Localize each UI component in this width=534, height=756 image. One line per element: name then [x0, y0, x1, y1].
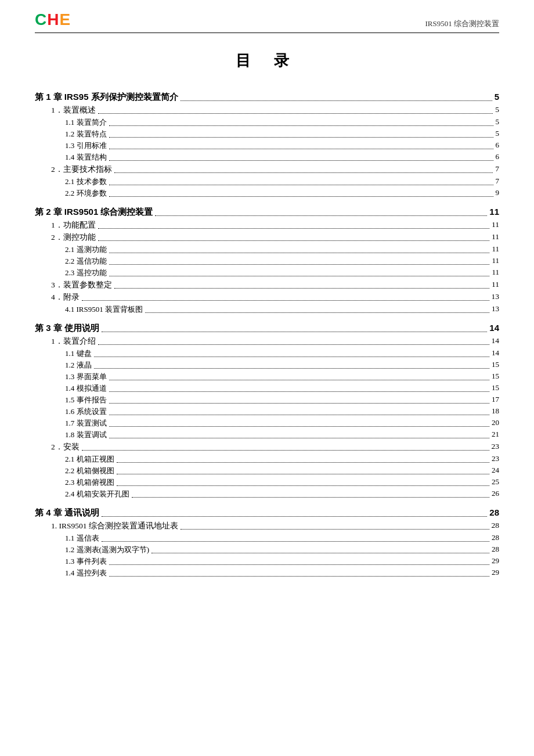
toc-section-page: 23 [492, 442, 500, 452]
toc-subsection: 2.3 机箱俯视图25 [35, 477, 499, 488]
toc-section-label: 2．测控功能 [51, 232, 96, 243]
toc-subsection-label: 1.1 装置简介 [65, 117, 107, 128]
logo-h: H [47, 10, 59, 28]
toc-section: 4．附录13 [35, 292, 499, 303]
toc-subsection-label: 1.5 事件报告 [65, 395, 107, 405]
toc-section-label: 1．功能配置 [51, 220, 96, 231]
toc-subsection-label: 1.2 液晶 [65, 360, 92, 370]
toc-subsection-page: 15 [492, 383, 499, 394]
toc-subsection-page: 24 [492, 466, 499, 476]
toc-subsection-label: 1.3 事件列表 [65, 556, 107, 567]
toc-subsection: 1.5 事件报告17 [35, 395, 499, 405]
toc-subsection-label: 2.1 技术参数 [65, 177, 107, 187]
toc-section-page: 11 [492, 220, 499, 231]
toc-chapter-label: 第 1 章 IRS95 系列保护测控装置简介 [35, 92, 178, 103]
toc-chapter: 第 4 章 通讯说明28 [35, 507, 499, 519]
toc-subsection-label: 1.6 系统设置 [65, 406, 107, 417]
toc-subsection: 1.6 系统设置18 [35, 406, 499, 417]
toc-subsection: 1.1 遥信表28 [35, 533, 499, 543]
toc-subsection-page: 14 [492, 348, 499, 359]
toc-subsection-page: 11 [492, 244, 499, 255]
toc-section-label: 1. IRS9501 综合测控装置通讯地址表 [51, 521, 178, 531]
toc-section-label: 2．主要技术指标 [51, 164, 112, 175]
toc-subsection: 1.2 装置特点5 [35, 129, 499, 139]
toc-section: 1．功能配置11 [35, 220, 499, 231]
toc-section: 1．装置概述5 [35, 105, 499, 116]
toc-subsection-page: 21 [492, 430, 499, 440]
toc-subsection-page: 11 [492, 268, 499, 278]
toc-subsection-page: 29 [492, 568, 499, 578]
toc-subsection-page: 5 [496, 117, 500, 128]
toc-subsection-page: 29 [492, 556, 499, 567]
toc-subsection-label: 2.4 机箱安装开孔图 [65, 489, 129, 499]
toc-subsection-label: 1.2 装置特点 [65, 129, 107, 139]
toc-subsection: 1.8 装置调试21 [35, 430, 499, 440]
toc-section-label: 1．装置概述 [51, 105, 96, 116]
logo: CHE [35, 10, 71, 29]
toc-subsection-page: 7 [496, 177, 500, 187]
toc-subsection: 1.1 装置简介5 [35, 117, 499, 128]
toc-subsection-page: 6 [496, 141, 500, 151]
toc-subsection: 2.2 遥信功能11 [35, 256, 499, 267]
toc-section-page: 11 [492, 232, 499, 243]
toc-subsection: 1.4 遥控列表29 [35, 568, 499, 578]
toc-subsection: 1.3 引用标准6 [35, 141, 499, 151]
toc-subsection-label: 1.7 装置测试 [65, 418, 107, 429]
toc-chapter-label: 第 4 章 通讯说明 [35, 507, 99, 519]
page: CHE IRS9501 综合测控装置 目 录 第 1 章 IRS95 系列保护测… [0, 0, 534, 756]
toc-chapter-page: 28 [489, 507, 499, 519]
toc-subsection: 1.3 事件列表29 [35, 556, 499, 567]
toc-subsection-label: 4.1 IRS9501 装置背板图 [65, 304, 143, 315]
toc-subsection-label: 2.3 机箱俯视图 [65, 477, 114, 488]
toc-subsection-page: 18 [492, 406, 499, 417]
toc-section-page: 5 [495, 105, 499, 116]
toc-subsection: 1.1 键盘14 [35, 348, 499, 359]
toc-subsection: 2.1 技术参数7 [35, 177, 499, 187]
toc-subsection-page: 15 [492, 360, 499, 370]
toc-subsection-label: 2.3 遥控功能 [65, 268, 107, 278]
toc-subsection-page: 28 [492, 545, 499, 555]
toc-subsection-label: 1.2 遥测表(遥测为双字节) [65, 545, 149, 555]
toc-subsection-page: 17 [492, 395, 499, 405]
toc-subsection-label: 2.2 遥信功能 [65, 256, 107, 267]
toc-subsection-label: 1.3 引用标准 [65, 141, 107, 151]
toc-subsection-label: 1.1 遥信表 [65, 533, 99, 543]
toc-subsection-label: 2.2 机箱侧视图 [65, 466, 114, 476]
toc-section-label: 1．装置介绍 [51, 336, 96, 347]
page-title: 目 录 [35, 51, 499, 71]
toc-section-label: 4．附录 [51, 292, 80, 303]
toc-subsection-label: 1.4 装置结构 [65, 152, 107, 163]
toc-section-label: 2．安装 [51, 442, 80, 452]
toc-subsection-label: 2.1 机箱正视图 [65, 454, 114, 465]
toc-subsection-page: 23 [492, 454, 499, 465]
toc-chapter-label: 第 3 章 使用说明 [35, 323, 99, 334]
toc-section-page: 13 [492, 292, 500, 303]
toc-subsection: 2.2 机箱侧视图24 [35, 466, 499, 476]
toc-chapter-page: 11 [489, 207, 499, 218]
toc-subsection: 2.3 遥控功能11 [35, 268, 499, 278]
toc-section: 2．主要技术指标7 [35, 164, 499, 175]
toc-subsection: 1.4 装置结构6 [35, 152, 499, 163]
toc-subsection-label: 1.3 界面菜单 [65, 372, 107, 382]
logo-c: C [35, 10, 47, 28]
toc-subsection-label: 1.8 装置调试 [65, 430, 107, 440]
toc-chapter: 第 2 章 IRS9501 综合测控装置11 [35, 207, 499, 218]
toc-subsection: 4.1 IRS9501 装置背板图13 [35, 304, 499, 315]
toc-section: 1．装置介绍14 [35, 336, 499, 347]
toc-subsection: 1.2 遥测表(遥测为双字节)28 [35, 545, 499, 555]
toc-subsection: 2.1 遥测功能11 [35, 244, 499, 255]
toc-subsection-page: 6 [496, 152, 500, 163]
toc-subsection-label: 2.2 环境参数 [65, 188, 107, 199]
toc-section-label: 3．装置参数整定 [51, 280, 112, 290]
toc-subsection-label: 1.1 键盘 [65, 348, 92, 359]
toc-subsection: 1.3 界面菜单15 [35, 372, 499, 382]
toc-subsection-page: 15 [492, 372, 499, 382]
header-title: IRS9501 综合测控装置 [425, 19, 499, 29]
page-header: CHE IRS9501 综合测控装置 [35, 0, 499, 33]
toc-section: 1. IRS9501 综合测控装置通讯地址表28 [35, 521, 499, 531]
toc-subsection-page: 11 [492, 256, 499, 267]
toc-subsection-page: 13 [492, 304, 499, 315]
toc-subsection: 2.4 机箱安装开孔图26 [35, 489, 499, 499]
toc-subsection-page: 25 [492, 477, 499, 488]
logo-e: E [59, 10, 71, 28]
